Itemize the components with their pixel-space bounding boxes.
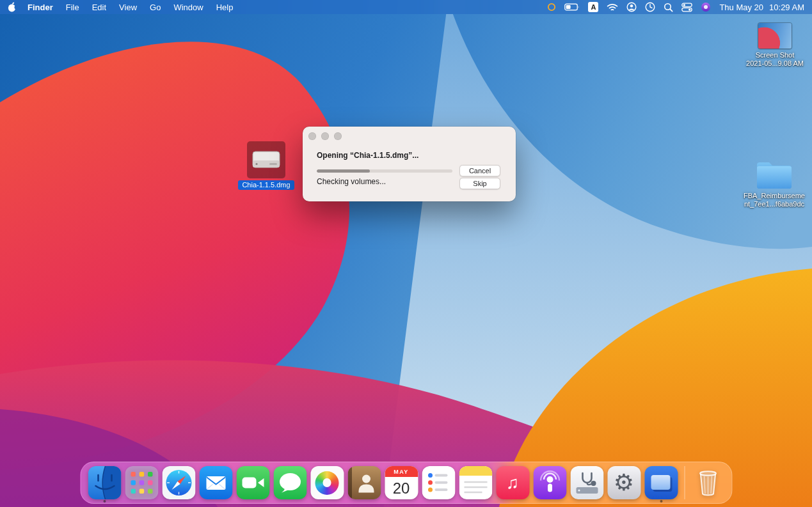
desktop-icon-folder[interactable]: FBA_Reimburseme nt_7ee1...f6aba9dc	[737, 160, 811, 209]
trash-icon	[691, 466, 724, 499]
menu-bar-date: Thu May 20	[719, 3, 763, 12]
menu-edit[interactable]: Edit	[92, 3, 106, 12]
running-indicator	[660, 500, 662, 503]
dock-blue-window-app[interactable]	[644, 466, 678, 499]
dock-trash[interactable]	[691, 466, 724, 499]
dock-safari[interactable]	[162, 466, 195, 499]
dock-mail[interactable]	[199, 466, 232, 499]
folder-icon	[756, 160, 793, 189]
wifi-icon[interactable]	[607, 1, 618, 13]
desktop-icon-dmg[interactable]: Chia-1.1.5.dmg	[237, 141, 296, 190]
music-icon: ♫	[496, 466, 529, 499]
messages-icon	[273, 466, 306, 499]
dock-podcasts[interactable]	[533, 466, 566, 499]
dialog-title: Opening “Chia-1.1.5.dmg”...	[317, 151, 418, 160]
apple-menu-icon[interactable]	[8, 2, 17, 12]
control-center-icon[interactable]	[681, 1, 692, 13]
battery-icon[interactable]	[564, 1, 580, 13]
user-account-icon[interactable]	[626, 1, 637, 13]
calendar-day: 20	[393, 477, 410, 499]
menu-window[interactable]: Window	[173, 3, 203, 12]
notes-icon	[459, 466, 492, 499]
dock-calendar[interactable]: MAY 20	[385, 466, 418, 499]
purple-app-icon[interactable]	[701, 1, 711, 13]
dock-separator	[684, 466, 685, 499]
dmg-selection-box	[247, 141, 285, 178]
window-controls	[308, 132, 342, 140]
calendar-month: MAY	[385, 466, 418, 477]
dock-photos[interactable]	[310, 466, 344, 499]
photos-icon	[310, 466, 344, 499]
mail-icon	[199, 466, 232, 499]
folder-label: FBA_Reimburseme nt_7ee1...f6aba9dc	[744, 192, 805, 209]
input-source-icon[interactable]: A	[588, 2, 598, 12]
launchpad-icon	[125, 466, 158, 499]
dock-disk-utility[interactable]	[570, 466, 603, 499]
menu-view[interactable]: View	[119, 3, 137, 12]
menu-bar-clock[interactable]: Thu May 20 10:29 AM	[719, 3, 804, 12]
screenshot-label: Screen Shot 2021-05...9.08 AM	[746, 51, 804, 68]
close-window-button[interactable]	[308, 132, 316, 140]
zoom-window-button[interactable]	[334, 132, 342, 140]
dock-contacts[interactable]	[347, 466, 381, 499]
menu-file[interactable]: File	[66, 3, 79, 12]
safari-icon	[162, 466, 195, 499]
dock: MAY 20	[80, 462, 732, 504]
progress-bar-fill	[317, 169, 370, 173]
blue-window-app-icon	[644, 466, 678, 499]
menu-go[interactable]: Go	[150, 3, 161, 12]
desktop: Finder File Edit View Go Window Help A	[0, 0, 812, 507]
dock-music[interactable]: ♫	[496, 466, 529, 499]
running-indicator	[103, 500, 106, 503]
minimize-window-button[interactable]	[321, 132, 329, 140]
screenshot-thumbnail-icon	[758, 23, 792, 49]
dialog-status-text: Checking volumes...	[317, 177, 386, 186]
menu-bar-time: 10:29 AM	[769, 3, 804, 12]
clock-icon[interactable]	[645, 1, 655, 13]
dmg-label: Chia-1.1.5.dmg	[238, 180, 294, 190]
dock-facetime[interactable]	[236, 466, 269, 499]
record-indicator-icon[interactable]	[547, 1, 556, 13]
facetime-icon	[236, 466, 269, 499]
reminders-icon	[422, 466, 455, 499]
finder-icon	[88, 466, 121, 499]
calendar-icon: MAY 20	[385, 466, 418, 499]
app-menu-finder[interactable]: Finder	[28, 3, 53, 12]
wallpaper	[0, 0, 812, 507]
menu-help[interactable]: Help	[216, 3, 234, 12]
skip-button[interactable]: Skip	[459, 178, 500, 189]
dock-reminders[interactable]	[422, 466, 455, 499]
spotlight-search-icon[interactable]	[664, 1, 673, 13]
contacts-icon	[347, 466, 381, 499]
dock-launchpad[interactable]	[125, 466, 158, 499]
dock-finder[interactable]	[88, 466, 121, 499]
disk-drive-icon	[251, 148, 281, 171]
dock-messages[interactable]	[273, 466, 306, 499]
menu-bar: Finder File Edit View Go Window Help A	[0, 0, 812, 14]
progress-bar	[317, 169, 452, 173]
progress-dialog: Opening “Chia-1.1.5.dmg”... Checking vol…	[303, 127, 516, 201]
podcasts-icon	[533, 466, 566, 499]
dock-system-preferences[interactable]: ⚙	[607, 466, 641, 499]
disk-utility-icon	[570, 466, 603, 499]
cancel-button[interactable]: Cancel	[459, 165, 500, 176]
system-preferences-icon: ⚙	[607, 466, 641, 499]
desktop-icon-screenshot[interactable]: Screen Shot 2021-05...9.08 AM	[740, 23, 810, 68]
dock-notes[interactable]	[459, 466, 492, 499]
